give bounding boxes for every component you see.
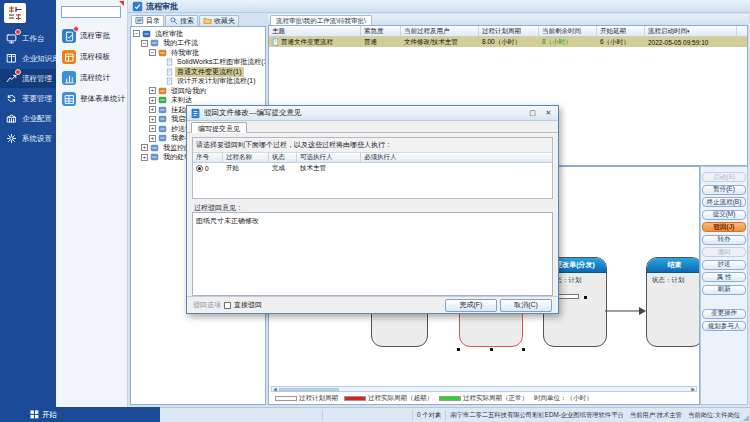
tree-expander-icon[interactable]: +	[141, 144, 148, 151]
cell-text: 2022-05-05 09:59:10	[648, 39, 708, 46]
tree-expander-icon[interactable]: +	[149, 106, 156, 113]
tree-expander-icon[interactable]: −	[141, 40, 148, 47]
search-icon	[169, 16, 178, 26]
search-input[interactable]	[61, 6, 121, 18]
tool-button-process-template[interactable]: 流程模板	[62, 50, 125, 64]
cancel-button[interactable]: 取消(C)	[500, 299, 552, 312]
tree-tab-search[interactable]: 搜索	[165, 15, 198, 26]
dialog-table-row[interactable]: 0开始完成技术主管	[193, 163, 552, 173]
page-header: 流程审批	[128, 0, 750, 13]
cell-text: 8.00（小时）	[482, 38, 521, 47]
radio-selected-icon[interactable]	[196, 165, 203, 172]
tree-item[interactable]: SolidWorks工程图审批流程(1)	[131, 58, 265, 68]
tree-item-label: 我的工作流	[161, 38, 200, 48]
sidebar-item-workbench[interactable]: 工作台	[0, 29, 56, 48]
tree-expander-icon[interactable]: +	[149, 135, 156, 142]
refresh-button[interactable]: 刷新	[702, 285, 746, 295]
tree-tab-catalog[interactable]: 目录	[131, 15, 164, 26]
tool-button-label: 整体表单统计	[80, 94, 125, 104]
withdraw-button: 撤回	[702, 247, 746, 257]
column-header[interactable]: 当前过程及用户	[401, 26, 479, 36]
selection-handle[interactable]	[457, 348, 460, 351]
tree-expander-icon[interactable]: +	[141, 154, 148, 161]
document-icon	[166, 68, 173, 76]
sidebar-item-company-config[interactable]: 企业配置	[0, 109, 56, 128]
column-header[interactable]: 过程计划周期	[479, 26, 539, 36]
cell-text: 技术主管	[300, 164, 326, 173]
reject-option-label: 驳回选项	[193, 300, 221, 310]
selection-handle[interactable]	[490, 348, 493, 351]
selection-handle[interactable]	[522, 348, 525, 351]
column-header[interactable]: 当前剩余时间	[539, 26, 597, 36]
knowledge-icon	[5, 52, 18, 65]
maximize-button[interactable]: ▢	[526, 108, 539, 119]
table-cell: 文件修改/技术主管	[401, 37, 479, 47]
flow-node-3[interactable]: 结束状态：计划	[646, 257, 700, 347]
tree-tab-favorites[interactable]: 收藏夹	[199, 15, 239, 26]
column-header[interactable]: 紧急度	[361, 26, 401, 36]
close-button[interactable]: ✕	[542, 108, 555, 119]
direct-reject-checkbox[interactable]	[224, 302, 231, 309]
finish-button[interactable]: 完成(F)	[445, 299, 497, 312]
folder-icon	[158, 115, 167, 123]
tree-item-label: 未到达	[169, 95, 194, 105]
tree-tab-label: 收藏夹	[214, 16, 235, 26]
dialog-column-header: 可选执行人	[297, 153, 361, 162]
sidebar-item-knowledge-base[interactable]: 企业知识库	[0, 49, 56, 68]
tree-expander-icon[interactable]: +	[149, 97, 156, 104]
tree-item[interactable]: 设计开发计划审批流程(1)	[131, 77, 265, 87]
tree-item[interactable]: −待我审批	[131, 48, 265, 58]
tree-expander-icon[interactable]: +	[149, 125, 156, 132]
scroll-right-icon[interactable]: ▶	[691, 386, 695, 392]
action-rail: 启动(S)暂停(E)终止流程(B)提交(M)驳回(J)转办撤回抄送属 性刷新变更…	[700, 166, 748, 405]
scroll-thumb[interactable]	[279, 388, 339, 391]
tree-item[interactable]: +驳回给我的	[131, 86, 265, 96]
start-button[interactable]: 开始	[42, 410, 57, 420]
tree-expander-icon[interactable]: +	[149, 116, 156, 123]
properties-button[interactable]: 属 性	[702, 272, 746, 282]
tool-button-label: 流程模板	[80, 52, 110, 62]
scroll-left-icon[interactable]: ◀	[273, 386, 277, 392]
folder-icon	[150, 39, 159, 47]
column-header[interactable]: 开始延期	[597, 26, 645, 36]
flow-node-title: 结束	[647, 258, 700, 273]
reject-button[interactable]: 驳回(J)	[702, 222, 746, 232]
sidebar-item-system-settings[interactable]: 系统设置	[0, 129, 56, 148]
tool-button-form-stats[interactable]: 整体表单统计	[62, 92, 125, 106]
dialog-column-header: 状态	[269, 153, 297, 162]
terminate-process-button[interactable]: 终止流程(B)	[702, 197, 746, 207]
tree-item[interactable]: +未到达	[131, 96, 265, 106]
tree-item[interactable]: −我的工作流	[131, 39, 265, 49]
cc-button[interactable]: 抄送	[702, 260, 746, 270]
tree-expander-icon[interactable]: +	[149, 87, 156, 94]
plan-participants-button[interactable]: 规划参与人	[702, 321, 746, 331]
tree-expander-icon[interactable]: −	[133, 30, 140, 37]
sort-arrow-icon: ▾	[687, 28, 690, 34]
table-cell: 2022-05-05 09:59:10	[645, 37, 737, 47]
tree-tab-label: 搜索	[180, 16, 194, 26]
reject-dialog: 驳回文件修改---编写提交意见 ▢ ✕ 编写提交意见 请选择要驳回到下面哪个过程…	[186, 105, 559, 314]
tree-item[interactable]: 普通文件变更流程(1)	[131, 67, 265, 77]
column-header[interactable]: 主题	[269, 26, 361, 36]
legend-item: 过程实际周期（正常）	[439, 394, 528, 403]
tree-item[interactable]: −流程审批	[131, 29, 265, 39]
tool-button-process-stats[interactable]: 流程统计	[62, 71, 125, 85]
pause-process-button[interactable]: 暂停(E)	[702, 185, 746, 195]
sidebar-item-change-management[interactable]: 变更管理	[0, 89, 56, 108]
process-stats-icon	[62, 71, 76, 85]
reject-target-group: 请选择要驳回到下面哪个过程，以及这些过程将由哪些人执行： 序号过程名称状态可选执…	[192, 137, 553, 199]
dialog-tab-write-opinion[interactable]: 编写提交意见	[191, 122, 247, 133]
resize-grip[interactable]	[743, 415, 749, 421]
transfer-button[interactable]: 转办	[702, 235, 746, 245]
table-row[interactable]: 普通文件变更流程普通文件修改/技术主管8.00（小时）8（小时）6（小时）202…	[269, 37, 747, 47]
column-header[interactable]: 流程启动时间 ▾	[645, 26, 737, 36]
change-operations-button[interactable]: 变更操作	[702, 309, 746, 319]
horizontal-scrollbar[interactable]: ◀ ▶	[271, 386, 697, 392]
submit-button[interactable]: 提交(M)	[702, 210, 746, 220]
sidebar-item-process-management[interactable]: 流程管理	[0, 69, 56, 88]
list-tab[interactable]: 流程审批\我的工作流\待我审批\	[270, 15, 372, 25]
opinion-textarea[interactable]: 图纸尺寸未正确修改	[192, 212, 553, 296]
tool-button-process-approval[interactable]: 流程审批	[62, 29, 125, 43]
tree-expander-icon[interactable]: −	[149, 49, 156, 56]
table-cell: 普通文件变更流程	[269, 37, 361, 47]
